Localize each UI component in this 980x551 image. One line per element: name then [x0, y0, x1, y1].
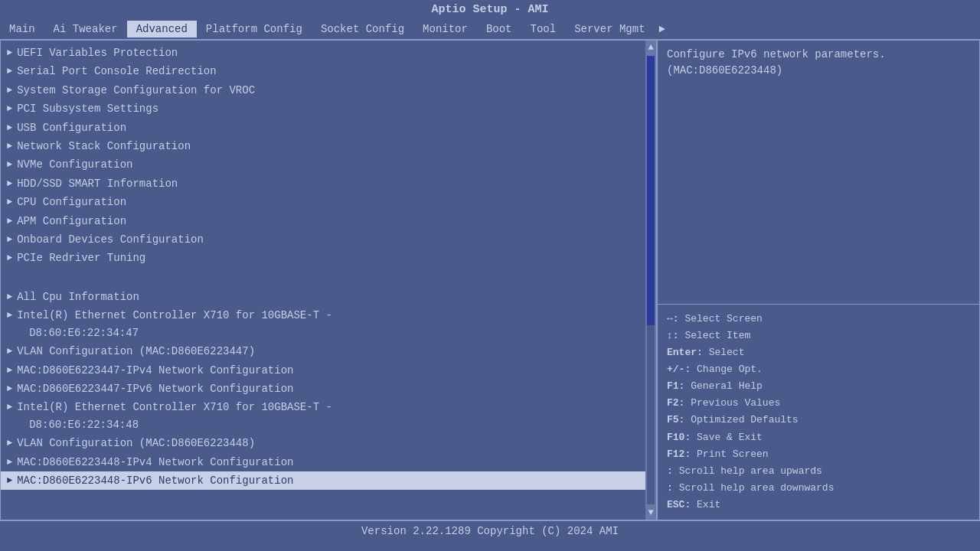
- list-item[interactable]: ►NVMe Configuration: [1, 155, 656, 174]
- submenu-arrow-icon: ►: [7, 177, 12, 191]
- key-label: F5:: [667, 414, 684, 425]
- list-item[interactable]: ►MAC:D860E6223447-IPv6 Network Configura…: [1, 380, 656, 398]
- scroll-track: [647, 56, 655, 504]
- key-label: F10:: [667, 432, 691, 443]
- key-label: ESC:: [667, 499, 691, 510]
- key-desc: Select Screen: [684, 313, 762, 324]
- list-item-label: System Storage Configuration for VROC: [17, 82, 255, 99]
- menu-item-platform-config[interactable]: Platform Config: [197, 21, 312, 37]
- list-item[interactable]: ►APM Configuration: [1, 212, 656, 230]
- menu-more-arrow[interactable]: ►: [655, 21, 670, 37]
- key-help-item: F1: General Help: [667, 378, 970, 395]
- scroll-down-button[interactable]: ▼: [646, 506, 655, 520]
- scrollbar[interactable]: ▲ ▼: [645, 41, 656, 520]
- menu-item-boot[interactable]: Boot: [477, 21, 521, 37]
- submenu-arrow-icon: ►: [7, 139, 12, 154]
- list-item-label: UEFI Variables Protection: [17, 44, 178, 61]
- list-item[interactable]: ►MAC:D860E6223448-IPv4 Network Configura…: [1, 453, 656, 471]
- key-desc: Scroll help area upwards: [679, 465, 822, 477]
- key-desc: Previous Values: [691, 397, 780, 409]
- list-item[interactable]: ►USB Configuration: [1, 119, 656, 137]
- key-desc: Save & Exit: [697, 432, 763, 443]
- list-item[interactable]: ►System Storage Configuration for VROC: [1, 81, 656, 99]
- list-item-label: Intel(R) Ethernet Controller X710 for 10…: [17, 399, 332, 433]
- app-title: Aptio Setup - AMI: [431, 3, 548, 16]
- list-item[interactable]: ►Network Stack Configuration: [1, 137, 656, 155]
- menu-item-tool[interactable]: Tool: [521, 21, 566, 37]
- key-help-item: ESC: Exit: [667, 497, 970, 514]
- list-item-label: PCIe Redriver Tuning: [17, 249, 145, 266]
- list-item-label: NVMe Configuration: [17, 156, 132, 173]
- submenu-arrow-icon: ►: [7, 121, 12, 135]
- submenu-arrow-icon: ►: [7, 83, 12, 98]
- menu-item-ai-tweaker[interactable]: Ai Tweaker: [44, 21, 127, 37]
- separator: [1, 268, 656, 288]
- submenu-arrow-icon: ►: [7, 290, 12, 305]
- key-help-item: F12: Print Screen: [667, 446, 970, 463]
- left-panel: ►UEFI Variables Protection►Serial Port C…: [1, 41, 658, 520]
- key-desc: Exit: [697, 499, 720, 510]
- key-label: :: [667, 465, 673, 477]
- submenu-arrow-icon: ►: [7, 158, 12, 172]
- submenu-arrow-icon: ►: [7, 102, 12, 116]
- key-help-item: F2: Previous Values: [667, 395, 970, 412]
- key-help-item: Enter: Select: [667, 344, 970, 361]
- submenu-arrow-icon: ►: [7, 344, 12, 359]
- key-desc: Print Screen: [697, 448, 769, 460]
- list-item[interactable]: ►Intel(R) Ethernet Controller X710 for 1…: [1, 306, 656, 342]
- list-item-label: All Cpu Information: [17, 289, 139, 305]
- list-item[interactable]: ►PCI Subsystem Settings: [1, 99, 656, 118]
- key-label: F2:: [667, 397, 684, 409]
- main-content: ►UEFI Variables Protection►Serial Port C…: [0, 40, 980, 520]
- list-item[interactable]: ►PCIe Redriver Tuning: [1, 249, 656, 267]
- submenu-arrow-icon: ►: [7, 436, 12, 451]
- key-label: F12:: [667, 448, 691, 460]
- help-text: Configure IPv6 network parameters. (MAC:…: [658, 41, 979, 305]
- key-label: ↕:: [667, 330, 679, 341]
- menu-list: ►UEFI Variables Protection►Serial Port C…: [1, 41, 656, 493]
- key-help-item: F5: Optimized Defaults: [667, 412, 970, 429]
- list-item[interactable]: ►VLAN Configuration (MAC:D860E6223447): [1, 342, 656, 360]
- key-desc: Select: [709, 347, 745, 358]
- submenu-arrow-icon: ►: [7, 195, 12, 210]
- list-item-label: MAC:D860E6223448-IPv4 Network Configurat…: [17, 454, 293, 471]
- scroll-thumb: [647, 56, 655, 325]
- key-label: ↔:: [667, 313, 679, 324]
- list-item-label: CPU Configuration: [17, 194, 126, 210]
- menu-item-main[interactable]: Main: [0, 21, 44, 37]
- key-desc: Select Item: [684, 330, 750, 341]
- list-item[interactable]: ►MAC:D860E6223447-IPv4 Network Configura…: [1, 361, 656, 380]
- list-item-label: APM Configuration: [17, 213, 126, 230]
- list-item[interactable]: ►Intel(R) Ethernet Controller X710 for 1…: [1, 398, 656, 434]
- key-desc: General Help: [691, 380, 763, 392]
- key-help-item: : Scroll help area downwards: [667, 480, 970, 497]
- submenu-arrow-icon: ►: [7, 364, 12, 378]
- menu-item-server-mgmt[interactable]: Server Mgmt: [565, 21, 654, 37]
- status-bar: Version 2.22.1289 Copyright (C) 2024 AMI: [0, 520, 980, 541]
- list-item-label: Network Stack Configuration: [17, 138, 191, 155]
- menu-item-monitor[interactable]: Monitor: [413, 21, 477, 37]
- menu-bar: MainAi TweakerAdvancedPlatform ConfigSoc…: [0, 19, 980, 40]
- scroll-up-button[interactable]: ▲: [646, 41, 655, 54]
- list-item[interactable]: ►VLAN Configuration (MAC:D860E6223448): [1, 434, 656, 452]
- list-item[interactable]: ►HDD/SSD SMART Information: [1, 174, 656, 193]
- list-item-label: VLAN Configuration (MAC:D860E6223447): [17, 343, 255, 360]
- list-item[interactable]: ►Serial Port Console Redirection: [1, 62, 656, 80]
- list-item[interactable]: ►MAC:D860E6223448-IPv6 Network Configura…: [1, 471, 656, 490]
- key-help-item: ↕: Select Item: [667, 328, 970, 344]
- list-item[interactable]: ►CPU Configuration: [1, 193, 656, 211]
- key-help: ↔: Select Screen↕: Select ItemEnter: Sel…: [658, 305, 979, 520]
- title-bar: Aptio Setup - AMI: [0, 0, 980, 19]
- key-desc: Change Opt.: [697, 364, 763, 375]
- list-item[interactable]: ►UEFI Variables Protection: [1, 44, 656, 62]
- key-desc: Scroll help area downwards: [679, 482, 835, 494]
- key-label: :: [667, 482, 673, 494]
- menu-item-socket-config[interactable]: Socket Config: [312, 21, 413, 37]
- key-help-item: F10: Save & Exit: [667, 429, 970, 446]
- key-label: F1:: [667, 380, 684, 392]
- submenu-arrow-icon: ►: [7, 400, 12, 415]
- list-item[interactable]: ►Onboard Devices Configuration: [1, 230, 656, 249]
- menu-item-advanced[interactable]: Advanced: [127, 21, 197, 37]
- list-item[interactable]: ►All Cpu Information: [1, 288, 656, 306]
- submenu-arrow-icon: ►: [7, 382, 12, 396]
